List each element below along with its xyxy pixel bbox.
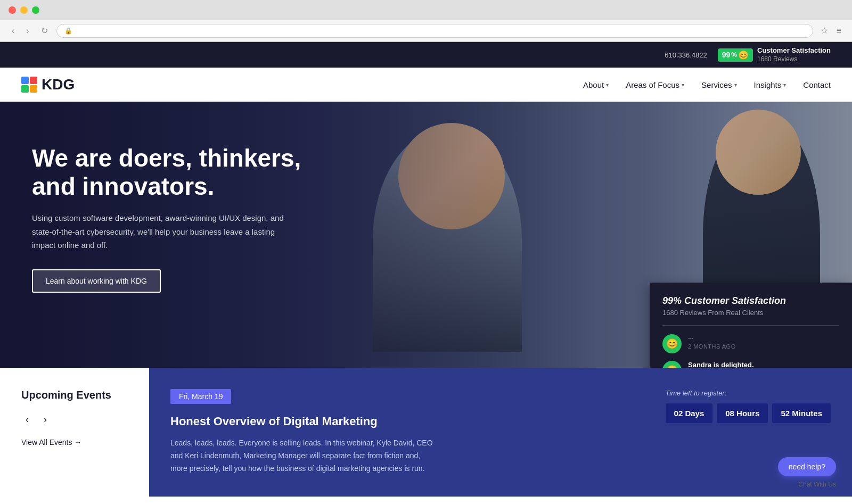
feedback-avatar-1: 😊 (662, 361, 682, 368)
feedback-name-1: Sandra is delighted. (688, 361, 754, 368)
feedback-divider (662, 325, 839, 326)
feedback-body-1: Sandra is delighted. 2 MONTHS AGO (688, 361, 754, 368)
feedback-body-partial: ··· 2 MONTHS AGO (688, 334, 736, 350)
logo-text: KDG (42, 76, 75, 93)
events-main: Fri, March 19 Honest Overview of Digital… (149, 368, 852, 496)
logo-square-yellow (30, 85, 37, 93)
logo-icon (21, 77, 37, 93)
satisfaction-title: Customer Satisfaction (757, 46, 831, 55)
nav-link-insights[interactable]: Insights ▾ (754, 80, 787, 89)
nav-links: About ▾ Areas of Focus ▾ Services ▾ Insi… (583, 80, 831, 89)
feedback-time-partial: 2 MONTHS AGO (688, 343, 736, 350)
timer-boxes: 02 Days 08 Hours 52 Minutes (666, 403, 831, 423)
hero-section: We are doers, thinkers, and innovators. … (0, 102, 852, 368)
events-prev-button[interactable]: ‹ (21, 412, 33, 427)
nav-link-services[interactable]: Services ▾ (701, 80, 737, 89)
chat-label: Chat With Us (798, 481, 836, 488)
hero-cta-button[interactable]: Learn about working with KDG (32, 269, 161, 293)
events-next-button[interactable]: › (39, 412, 51, 427)
feedback-item-1: 😊 Sandra is delighted. 2 MONTHS AGO (662, 361, 839, 368)
feedback-title: 99% Customer Satisfaction (662, 295, 839, 307)
satisfaction-emoji-icon: 😊 (738, 50, 749, 60)
events-sidebar: Upcoming Events ‹ › View All Events → (0, 368, 149, 496)
logo-square-red (30, 77, 37, 84)
hero-title: We are doers, thinkers, and innovators. (32, 144, 314, 201)
events-title: Upcoming Events (21, 389, 128, 401)
feedback-avatar-partial: 😊 (662, 334, 682, 353)
satisfaction-reviews: 1680 Reviews (757, 55, 831, 64)
nav-arrow-areas: ▾ (682, 82, 684, 88)
browser-back-button[interactable]: ‹ (9, 24, 18, 38)
browser-bookmark-button[interactable]: ☆ (818, 23, 830, 38)
nav-link-about[interactable]: About ▾ (583, 80, 609, 89)
satisfaction-percent-sign: % (731, 51, 737, 59)
nav-arrow-insights: ▾ (783, 82, 786, 88)
top-bar: 610.336.4822 99 % 😊 Customer Satisfactio… (0, 42, 852, 68)
browser-dot-red[interactable] (9, 6, 16, 14)
browser-lock-icon: 🔒 (64, 27, 72, 35)
event-description: Leads, leads, leads. Everyone is selling… (170, 437, 437, 475)
logo-square-blue (21, 77, 29, 84)
timer-hours: 08 Hours (717, 403, 768, 423)
chat-widget: need help? Chat With Us (778, 457, 836, 488)
browser-address-bar[interactable]: 🔒 (56, 24, 813, 38)
view-all-events-link[interactable]: View All Events → (21, 438, 128, 447)
browser-actions: ☆ ≡ (818, 23, 843, 38)
website-container: 610.336.4822 99 % 😊 Customer Satisfactio… (0, 42, 852, 504)
event-timer: Time left to register: 02 Days 08 Hours … (666, 389, 831, 423)
events-section: Upcoming Events ‹ › View All Events → Fr… (0, 368, 852, 496)
main-nav: KDG About ▾ Areas of Focus ▾ Services ▾ … (0, 68, 852, 102)
satisfaction-text: Customer Satisfaction 1680 Reviews (757, 46, 831, 63)
phone-number: 610.336.4822 (665, 51, 707, 59)
feedback-panel: 99% Customer Satisfaction 1680 Reviews F… (650, 283, 852, 368)
nav-link-contact[interactable]: Contact (803, 80, 831, 89)
browser-forward-button[interactable]: › (23, 24, 32, 38)
hero-content: We are doers, thinkers, and innovators. … (0, 102, 346, 335)
feedback-header: 99% Customer Satisfaction 1680 Reviews F… (662, 295, 839, 317)
nav-arrow-about: ▾ (606, 82, 609, 88)
browser-refresh-button[interactable]: ↻ (38, 23, 51, 38)
chat-bubble-button[interactable]: need help? (778, 457, 836, 476)
explore-section: Explore KDG (0, 497, 852, 504)
browser-toolbar: ‹ › ↻ 🔒 ☆ ≡ (0, 20, 852, 42)
browser-dot-green[interactable] (32, 6, 39, 14)
satisfaction-badge: 99 % 😊 (718, 48, 753, 62)
feedback-subtitle: 1680 Reviews From Real Clients (662, 309, 839, 317)
browser-chrome: ‹ › ↻ 🔒 ☆ ≡ (0, 0, 852, 42)
logo-square-green (21, 85, 29, 93)
satisfaction-percent: 99 (722, 51, 731, 59)
browser-titlebar (0, 0, 852, 20)
satisfaction-bar: 99 % 😊 Customer Satisfaction 1680 Review… (718, 46, 831, 63)
timer-minutes: 52 Minutes (772, 403, 831, 423)
event-date-badge: Fri, March 19 (170, 389, 231, 404)
nav-link-areas-of-focus[interactable]: Areas of Focus ▾ (626, 80, 684, 89)
logo[interactable]: KDG (21, 76, 75, 93)
feedback-item-partial: 😊 ··· 2 MONTHS AGO (662, 334, 839, 353)
feedback-name-partial: ··· (688, 334, 736, 342)
events-nav: ‹ › (21, 412, 128, 427)
nav-arrow-services: ▾ (734, 82, 737, 88)
timer-label: Time left to register: (666, 389, 831, 397)
browser-menu-button[interactable]: ≡ (834, 23, 843, 38)
browser-dot-yellow[interactable] (20, 6, 28, 14)
timer-days: 02 Days (666, 403, 713, 423)
hero-subtitle: Using custom software development, award… (32, 211, 288, 252)
